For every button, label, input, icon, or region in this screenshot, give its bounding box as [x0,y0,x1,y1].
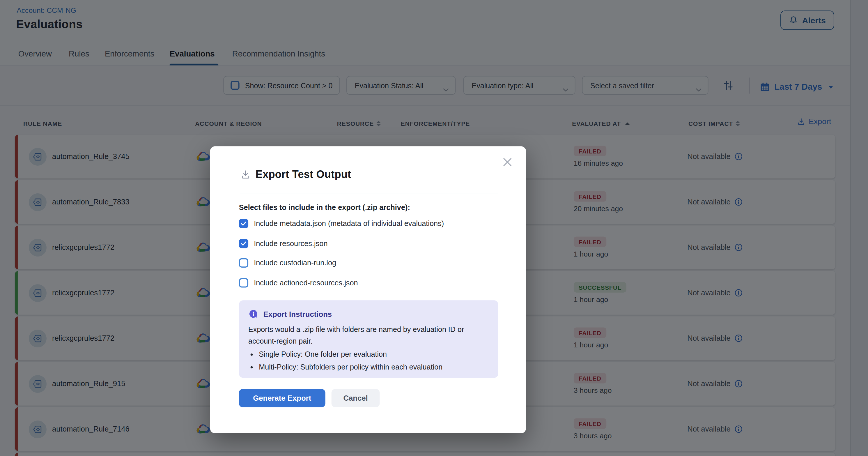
instructions-title: Export Instructions [263,310,332,318]
checkbox-checked-icon[interactable] [239,219,248,228]
screen: Account: CCM-NG Evaluations Alerts Overv… [0,0,868,456]
download-icon [241,170,250,179]
cancel-button[interactable]: Cancel [332,389,380,407]
instructions-body: Exports would a .zip file with folders a… [248,324,476,347]
checkbox-unchecked-icon[interactable] [239,258,248,268]
checkbox-include-custodian-log[interactable]: Include custodian-run.log [239,258,336,268]
info-bubble-icon [248,309,258,319]
checkbox-label: Include custodian-run.log [254,259,336,267]
checkbox-label: Include metadata.json (metadata of indiv… [254,219,444,228]
checkbox-unchecked-icon[interactable] [239,278,248,287]
close-icon[interactable] [503,158,512,168]
checkbox-checked-icon[interactable] [239,239,248,248]
instructions-bullet: Single Policy: One folder per evaluation [259,348,442,361]
modal-intro-text: Select files to include in the export (.… [239,203,410,212]
generate-export-button[interactable]: Generate Export [239,389,326,407]
export-instructions-panel: Export Instructions Exports would a .zip… [239,300,498,378]
checkbox-include-actioned-resources[interactable]: Include actioned-resources.json [239,278,358,287]
instructions-bullet: Multi-Policy: Subfolders per policy with… [259,361,442,373]
checkbox-label: Include resources.json [254,239,328,248]
modal-divider [240,193,498,193]
checkbox-include-metadata[interactable]: Include metadata.json (metadata of indiv… [239,219,444,228]
instructions-bullets: Single Policy: One folder per evaluation… [250,348,442,373]
export-modal: Export Test Output Select files to inclu… [210,146,526,433]
checkbox-label: Include actioned-resources.json [254,279,358,287]
modal-title: Export Test Output [255,168,351,181]
checkbox-include-resources[interactable]: Include resources.json [239,239,328,248]
